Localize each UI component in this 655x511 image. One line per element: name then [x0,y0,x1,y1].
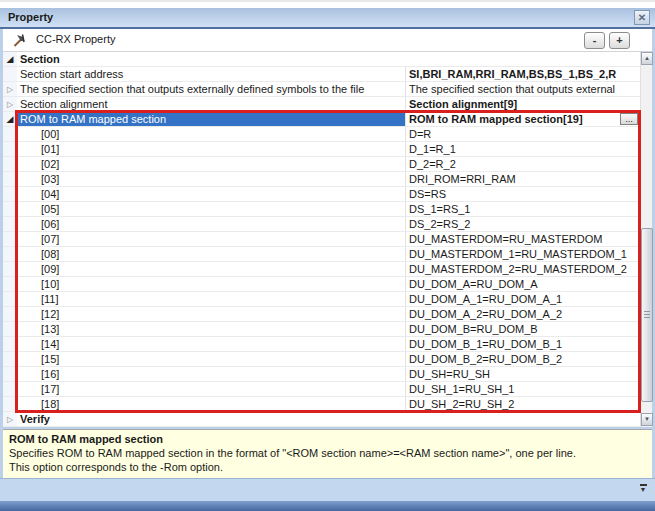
hammer-icon [11,33,26,48]
property-row[interactable]: Section start address SI,BRI_RAM,RRI_RAM… [3,67,640,82]
property-row[interactable]: [12] DU_DOM_A_2=RU_DOM_A_2 [3,307,640,322]
property-row[interactable]: ▷ Verify [3,412,640,427]
property-row[interactable]: [16] DU_SH=RU_SH [3,367,640,382]
window-bottom-edge [0,501,655,511]
expander-icon [3,382,17,396]
property-row[interactable]: [13] DU_DOM_B=RU_DOM_B [3,322,640,337]
property-row[interactable]: [03] DRI_ROM=RRI_RAM [3,172,640,187]
property-row[interactable]: [01] D_1=R_1 [3,142,640,157]
expander-icon [3,187,17,201]
expander-icon [3,247,17,261]
property-row[interactable]: [15] DU_DOM_B_2=RU_DOM_B_2 [3,352,640,367]
property-value[interactable]: DU_MASTERDOM_2=RU_MASTERDOM_2 [409,263,627,275]
expander-icon[interactable]: ◢ [3,52,17,66]
expander-icon [3,322,17,336]
property-name: [09] [41,263,59,275]
expander-icon[interactable]: ▷ [3,412,17,426]
scroll-up-icon: ▲ [644,55,650,61]
tab-overflow-button[interactable]: ▼ [636,484,650,497]
property-value[interactable]: Section alignment[9] [409,98,517,110]
description-title: ROM to RAM mapped section [9,432,646,446]
panel-titlebar[interactable]: Property ✕ [0,8,655,29]
property-name: [11] [41,293,59,305]
property-row[interactable]: [09] DU_MASTERDOM_2=RU_MASTERDOM_2 [3,262,640,277]
property-name: The specified section that outputs exter… [20,83,364,95]
scrollbar-thumb[interactable] [641,228,653,402]
description-line-1: Specifies ROM to RAM mapped section in t… [9,446,646,460]
close-button[interactable]: ✕ [634,10,650,25]
property-name: [17] [41,383,59,395]
property-value[interactable]: DU_MASTERDOM_1=RU_MASTERDOM_1 [409,248,627,260]
property-value[interactable]: DU_SH=RU_SH [409,368,490,380]
property-row[interactable]: ▷ Section alignment Section alignment[9] [3,97,640,112]
expander-icon [3,127,17,141]
expand-all-button[interactable]: + [609,32,630,49]
property-name: Verify [20,413,50,425]
component-name-label: CC-RX Property [36,33,115,45]
property-grid: ◢ Section Section start address SI,BRI_R… [3,52,652,427]
property-value[interactable]: DU_DOM_B_2=RU_DOM_B_2 [409,353,562,365]
property-row[interactable]: [00] D=R [3,127,640,142]
property-name: [01] [41,143,59,155]
property-value[interactable]: DS_2=RS_2 [409,218,470,230]
property-name: Section start address [20,68,123,80]
property-row[interactable]: [02] D_2=R_2 [3,157,640,172]
expander-icon [3,262,17,276]
scroll-up-button[interactable]: ▲ [641,52,653,65]
expander-icon [3,337,17,351]
property-value[interactable]: D_2=R_2 [409,158,456,170]
property-name: [03] [41,173,59,185]
property-value[interactable]: D=R [409,128,431,140]
collapse-all-button[interactable]: - [584,32,605,49]
property-name: [13] [41,323,59,335]
property-value[interactable]: DU_DOM_A_2=RU_DOM_A_2 [409,308,562,320]
property-row[interactable]: [17] DU_SH_1=RU_SH_1 [3,382,640,397]
property-value[interactable]: DU_MASTERDOM=RU_MASTERDOM [409,233,602,245]
expander-icon [3,277,17,291]
tab-label: Common Optio... [21,485,104,497]
property-row[interactable]: ◢ ROM to RAM mapped section ROM to RAM m… [3,112,640,127]
property-row[interactable]: ▷ The specified section that outputs ext… [3,82,640,97]
property-row[interactable]: [11] DU_DOM_A_1=RU_DOM_A_1 [3,292,640,307]
property-row[interactable]: [14] DU_DOM_B_1=RU_DOM_B_1 [3,337,640,352]
close-icon: ✕ [638,12,646,23]
property-value[interactable]: DS=RS [409,188,446,200]
property-value[interactable]: DS_1=RS_1 [409,203,470,215]
scrollbar-grip-icon [644,311,650,318]
window-top-edge [0,0,655,8]
expander-icon[interactable]: ▷ [3,97,17,111]
property-value[interactable]: DRI_ROM=RRI_RAM [409,173,516,185]
property-row[interactable]: [06] DS_2=RS_2 [3,217,640,232]
open-list-editor-button[interactable]: ... [620,113,638,125]
property-row[interactable]: [07] DU_MASTERDOM=RU_MASTERDOM [3,232,640,247]
property-name: [15] [41,353,59,365]
property-value[interactable]: DU_DOM_A_1=RU_DOM_A_1 [409,293,562,305]
expander-icon [3,352,17,366]
property-name: [14] [41,338,59,350]
property-value[interactable]: DU_DOM_B=RU_DOM_B [409,323,538,335]
expander-icon[interactable]: ▷ [3,82,17,96]
property-value[interactable]: ROM to RAM mapped section[19] [409,113,583,125]
property-value[interactable]: The specified section that outputs exter… [409,83,615,95]
property-name: Section [20,53,60,65]
scroll-down-button[interactable]: ▼ [641,413,653,426]
property-row[interactable]: [05] DS_1=RS_1 [3,202,640,217]
property-value[interactable]: D_1=R_1 [409,143,456,155]
property-value[interactable]: DU_SH_2=RU_SH_2 [409,398,514,410]
property-row[interactable]: [08] DU_MASTERDOM_1=RU_MASTERDOM_1 [3,247,640,262]
property-toolbar: CC-RX Property - + [3,29,652,52]
property-row[interactable]: ◢ Section [3,52,640,67]
property-name: [04] [41,188,59,200]
property-name: Section alignment [20,98,107,110]
expander-icon[interactable]: ◢ [3,112,17,126]
property-row[interactable]: [10] DU_DOM_A=RU_DOM_A [3,277,640,292]
scroll-down-icon: ▼ [644,416,650,422]
property-value[interactable]: DU_SH_1=RU_SH_1 [409,383,514,395]
property-value[interactable]: DU_DOM_A=RU_DOM_A [409,278,538,290]
property-name: [05] [41,203,59,215]
vertical-scrollbar[interactable]: ▲ ▼ [640,52,652,427]
property-value[interactable]: SI,BRI_RAM,RRI_RAM,BS,BS_1,BS_2,R [409,68,616,80]
property-row[interactable]: [18] DU_SH_2=RU_SH_2 [3,397,640,412]
property-row[interactable]: [04] DS=RS [3,187,640,202]
property-value[interactable]: DU_DOM_B_1=RU_DOM_B_1 [409,338,562,350]
